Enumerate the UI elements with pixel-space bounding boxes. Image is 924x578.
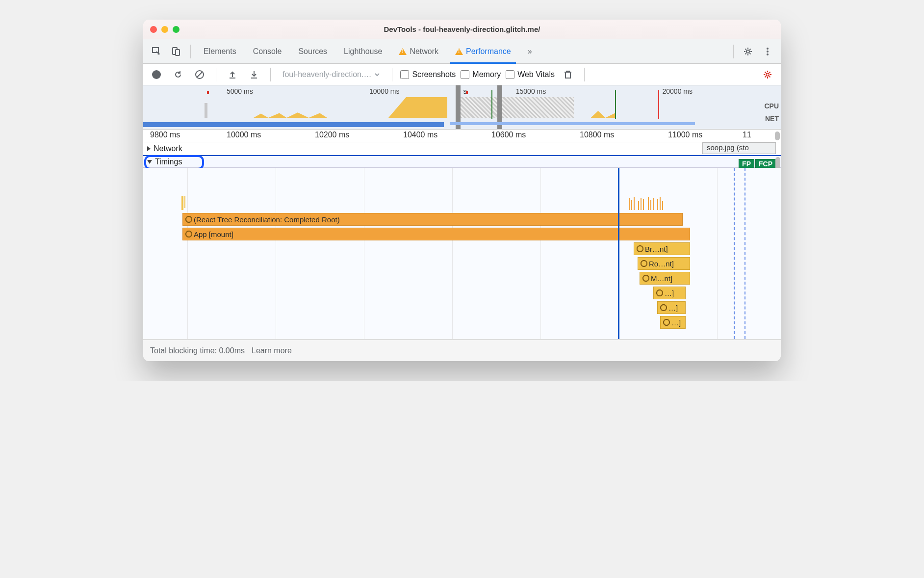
capture-settings-icon[interactable] [759, 66, 776, 83]
network-resource-block[interactable]: soop.jpg (sto [702, 142, 776, 154]
network-section-header[interactable]: Network soop.jpg (sto [143, 142, 781, 155]
react-atom-icon [641, 261, 647, 266]
playhead-cursor[interactable] [618, 168, 619, 339]
zoom-icon[interactable] [173, 26, 180, 33]
flame-row[interactable]: Ro…nt] [638, 257, 690, 270]
trace-select-label: foul-heavenly-direction.… [282, 70, 371, 79]
traffic-lights [150, 26, 180, 33]
flame-row[interactable]: App [mount] [182, 228, 690, 240]
overview-marker-red [658, 90, 659, 119]
screenshots-checkbox[interactable]: Screenshots [400, 70, 456, 79]
tabs-more[interactable]: » [521, 39, 539, 64]
svg-point-9 [766, 73, 769, 76]
download-icon[interactable] [246, 66, 262, 83]
timings-flame-area[interactable]: (React Tree Reconciliation: Completed Ro… [143, 168, 781, 340]
time-ruler[interactable]: 9800 ms 10000 ms 10200 ms 10400 ms 10600… [143, 130, 781, 142]
svg-point-3 [746, 50, 749, 53]
tab-performance[interactable]: Performance [448, 39, 518, 64]
react-atom-icon [657, 290, 663, 296]
learn-more-link[interactable]: Learn more [252, 346, 292, 355]
reload-button[interactable] [170, 66, 186, 83]
clear-button[interactable] [191, 66, 208, 83]
chevron-down-icon [147, 160, 152, 164]
react-atom-icon [186, 216, 192, 222]
ov-tick-red [466, 91, 468, 94]
chevron-right-icon [147, 146, 151, 151]
flame-row[interactable]: …] [657, 301, 686, 314]
tab-network-label: Network [410, 47, 438, 56]
network-section-label: Network [154, 144, 182, 153]
svg-point-6 [767, 53, 769, 55]
record-button[interactable] [148, 66, 165, 83]
divider [216, 68, 216, 81]
react-atom-icon [186, 231, 192, 237]
react-atom-icon [637, 246, 643, 252]
fp-dashline [734, 168, 735, 339]
flame-row[interactable]: (React Tree Reconciliation: Completed Ro… [182, 213, 683, 226]
flame-row[interactable]: …] [660, 316, 686, 329]
divider [733, 45, 734, 58]
main-tabbar: Elements Console Sources Lighthouse Netw… [143, 39, 781, 64]
devtools-window: DevTools - foul-heavenly-direction.glitc… [143, 20, 781, 361]
react-atom-icon [643, 275, 649, 281]
scrollbar-thumb[interactable] [775, 131, 780, 140]
svg-point-5 [767, 51, 769, 53]
footer-bar: Total blocking time: 0.00ms Learn more [143, 340, 781, 361]
fcp-dashline [744, 168, 745, 339]
react-atom-icon [661, 305, 667, 311]
svg-rect-2 [176, 50, 180, 55]
gear-icon[interactable] [740, 43, 756, 60]
flame-row[interactable]: …] [653, 287, 686, 299]
divider [190, 45, 191, 58]
tbt-label: Total blocking time: 0.00ms [150, 346, 245, 355]
minimize-icon[interactable] [161, 26, 168, 33]
divider [270, 68, 271, 81]
warning-icon [399, 48, 407, 55]
close-icon[interactable] [150, 26, 157, 33]
flame-row[interactable]: Br…nt] [634, 242, 690, 255]
timings-section-header[interactable]: Timings FP FCP [143, 155, 781, 168]
overview-net [143, 122, 756, 128]
svg-point-4 [767, 48, 769, 50]
chevron-down-icon [374, 72, 380, 78]
kebab-icon[interactable] [759, 43, 776, 60]
ov-tick-red [207, 91, 209, 94]
tab-lighthouse[interactable]: Lighthouse [337, 39, 389, 64]
tab-elements[interactable]: Elements [197, 39, 243, 64]
device-toggle-icon[interactable] [168, 43, 184, 60]
timings-section-label: Timings [155, 158, 182, 166]
trace-select[interactable]: foul-heavenly-direction.… [279, 70, 384, 79]
overview-cpu [143, 96, 756, 118]
tab-network[interactable]: Network [392, 39, 445, 64]
react-atom-icon [664, 319, 669, 325]
window-title: DevTools - foul-heavenly-direction.glitc… [143, 25, 781, 33]
warning-icon [455, 48, 463, 55]
divider [584, 68, 585, 81]
titlebar: DevTools - foul-heavenly-direction.glitc… [143, 20, 781, 39]
svg-rect-0 [153, 48, 158, 53]
trash-icon[interactable] [560, 66, 576, 83]
webvitals-checkbox[interactable]: Web Vitals [506, 70, 555, 79]
overview-marker-green [491, 90, 492, 119]
perf-toolbar: foul-heavenly-direction.… Screenshots Me… [143, 64, 781, 85]
inspect-icon[interactable] [148, 43, 165, 60]
tab-sources[interactable]: Sources [291, 39, 334, 64]
flame-row[interactable]: M…nt] [640, 272, 690, 285]
divider [392, 68, 392, 81]
overview-right-labels: CPU NET [764, 97, 779, 128]
tab-console[interactable]: Console [246, 39, 289, 64]
svg-line-8 [197, 72, 202, 77]
overview-timeline[interactable]: 5000 ms 10000 ms 15000 ms 20000 ms CPU N… [143, 85, 781, 130]
tab-performance-label: Performance [466, 47, 511, 56]
overview-ticks: 5000 ms 10000 ms 15000 ms 20000 ms [143, 87, 751, 95]
memory-checkbox[interactable]: Memory [461, 70, 501, 79]
upload-icon[interactable] [224, 66, 241, 83]
overview-marker-green2 [615, 90, 616, 119]
